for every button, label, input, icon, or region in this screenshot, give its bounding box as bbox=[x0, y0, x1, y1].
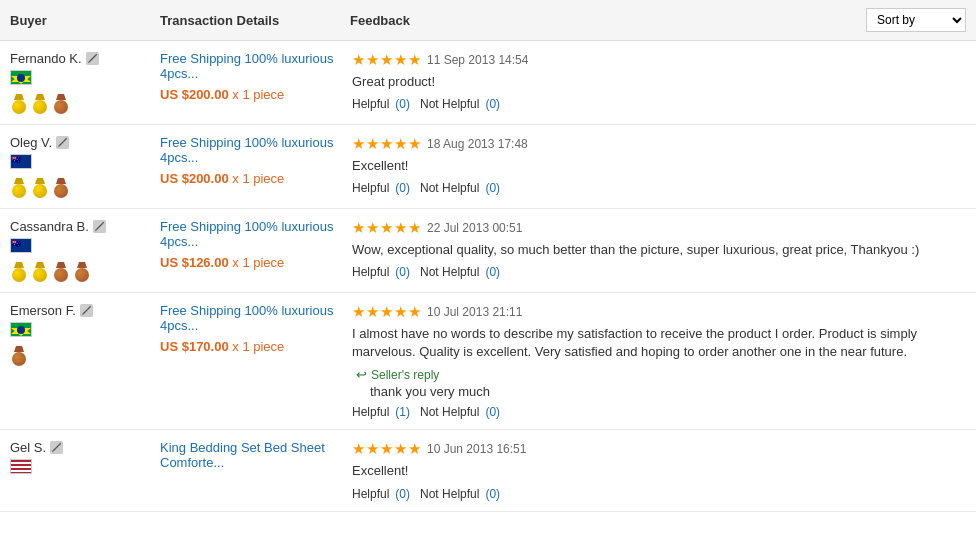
edit-icon[interactable] bbox=[80, 304, 93, 317]
not-helpful-label: Not Helpful bbox=[420, 181, 479, 195]
edit-icon[interactable] bbox=[93, 220, 106, 233]
helpful-label: Helpful bbox=[352, 265, 389, 279]
helpful-row: Helpful (1) Not Helpful (0) bbox=[352, 405, 966, 419]
sort-select[interactable]: Sort by bbox=[866, 8, 966, 32]
star-filled: ★ bbox=[366, 219, 379, 237]
sort-container[interactable]: Sort by bbox=[836, 8, 966, 32]
stars-row: ★★★★★ 11 Sep 2013 14:54 bbox=[352, 51, 966, 69]
helpful-link[interactable]: (0) bbox=[395, 265, 410, 279]
not-helpful-label: Not Helpful bbox=[420, 405, 479, 419]
table-row: Gel S. King Bedding Set Bed Sheet Comfor… bbox=[0, 430, 976, 511]
review-date: 10 Jun 2013 16:51 bbox=[427, 442, 526, 456]
star-filled: ★ bbox=[380, 219, 393, 237]
star-filled: ★ bbox=[366, 51, 379, 69]
star-filled: ★ bbox=[366, 440, 379, 458]
star-filled: ★ bbox=[408, 303, 421, 321]
buyer-name-text: Fernando K. bbox=[10, 51, 82, 66]
medal bbox=[52, 94, 70, 114]
edit-icon[interactable] bbox=[56, 136, 69, 149]
helpful-row: Helpful (0) Not Helpful (0) bbox=[352, 97, 966, 111]
table-row: Cassandra B. 🇦🇺 bbox=[0, 209, 976, 293]
star-filled: ★ bbox=[408, 440, 421, 458]
medal bbox=[10, 94, 28, 114]
price: US $200.00 x 1 piece bbox=[160, 87, 340, 102]
seller-reply-label: Seller's reply bbox=[371, 368, 439, 382]
star-rating: ★★★★★ bbox=[352, 303, 421, 321]
star-rating: ★★★★★ bbox=[352, 440, 421, 458]
reviews-list: Fernando K. Free S bbox=[0, 41, 976, 512]
reviews-table: Buyer Transaction Details Feedback Sort … bbox=[0, 0, 976, 512]
not-helpful-link[interactable]: (0) bbox=[485, 97, 500, 111]
medal bbox=[52, 262, 70, 282]
table-row: Fernando K. Free S bbox=[0, 41, 976, 125]
transaction-header: Transaction Details bbox=[160, 13, 350, 28]
buyer-column: Fernando K. bbox=[10, 51, 160, 114]
star-filled: ★ bbox=[352, 135, 365, 153]
star-filled: ★ bbox=[352, 440, 365, 458]
buyer-name: Oleg V. bbox=[10, 135, 150, 150]
not-helpful-link[interactable]: (0) bbox=[485, 405, 500, 419]
feedback-column: ★★★★★ 11 Sep 2013 14:54 Great product! H… bbox=[350, 51, 966, 114]
helpful-label: Helpful bbox=[352, 97, 389, 111]
transaction-column: Free Shipping 100% luxurious 4pcs... US … bbox=[160, 219, 350, 282]
not-helpful-link[interactable]: (0) bbox=[485, 265, 500, 279]
not-helpful-link[interactable]: (0) bbox=[485, 181, 500, 195]
star-filled: ★ bbox=[394, 303, 407, 321]
not-helpful-link[interactable]: (0) bbox=[485, 487, 500, 501]
review-date: 10 Jul 2013 21:11 bbox=[427, 305, 522, 319]
buyer-name-text: Cassandra B. bbox=[10, 219, 89, 234]
star-filled: ★ bbox=[366, 135, 379, 153]
medal bbox=[10, 346, 28, 366]
not-helpful-label: Not Helpful bbox=[420, 487, 479, 501]
helpful-link[interactable]: (1) bbox=[395, 405, 410, 419]
star-filled: ★ bbox=[352, 219, 365, 237]
star-rating: ★★★★★ bbox=[352, 219, 421, 237]
buyer-name: Emerson F. bbox=[10, 303, 150, 318]
product-link[interactable]: Free Shipping 100% luxurious 4pcs... bbox=[160, 219, 333, 249]
edit-icon[interactable] bbox=[86, 52, 99, 65]
product-link[interactable]: King Bedding Set Bed Sheet Comforte... bbox=[160, 440, 325, 470]
transaction-column: Free Shipping 100% luxurious 4pcs... US … bbox=[160, 303, 350, 419]
buyer-name-text: Oleg V. bbox=[10, 135, 52, 150]
buyer-name-text: Emerson F. bbox=[10, 303, 76, 318]
helpful-link[interactable]: (0) bbox=[395, 181, 410, 195]
buyer-column: Gel S. bbox=[10, 440, 160, 500]
buyer-name-text: Gel S. bbox=[10, 440, 46, 455]
star-filled: ★ bbox=[394, 219, 407, 237]
review-date: 11 Sep 2013 14:54 bbox=[427, 53, 528, 67]
medal bbox=[31, 178, 49, 198]
edit-icon[interactable] bbox=[50, 441, 63, 454]
flag-australia: 🇦🇺 bbox=[10, 238, 32, 253]
buyer-medals bbox=[10, 94, 150, 114]
reply-arrow-icon: ↩ bbox=[356, 367, 367, 382]
medal bbox=[52, 178, 70, 198]
buyer-medals bbox=[10, 346, 150, 366]
helpful-label: Helpful bbox=[352, 405, 389, 419]
medal bbox=[10, 178, 28, 198]
price: US $170.00 x 1 piece bbox=[160, 339, 340, 354]
review-text: Wow, exceptional quality, so much better… bbox=[352, 241, 966, 259]
seller-reply-text: thank you very much bbox=[356, 384, 966, 399]
star-filled: ★ bbox=[408, 51, 421, 69]
seller-reply-container: ↩ Seller's reply thank you very much bbox=[352, 367, 966, 399]
helpful-link[interactable]: (0) bbox=[395, 487, 410, 501]
helpful-link[interactable]: (0) bbox=[395, 97, 410, 111]
star-filled: ★ bbox=[394, 51, 407, 69]
price: US $126.00 x 1 piece bbox=[160, 255, 340, 270]
product-link[interactable]: Free Shipping 100% luxurious 4pcs... bbox=[160, 135, 333, 165]
product-link[interactable]: Free Shipping 100% luxurious 4pcs... bbox=[160, 51, 333, 81]
star-filled: ★ bbox=[380, 303, 393, 321]
helpful-row: Helpful (0) Not Helpful (0) bbox=[352, 487, 966, 501]
flag-usa bbox=[10, 459, 32, 474]
star-filled: ★ bbox=[380, 440, 393, 458]
not-helpful-label: Not Helpful bbox=[420, 265, 479, 279]
stars-row: ★★★★★ 10 Jul 2013 21:11 bbox=[352, 303, 966, 321]
seller-reply-header: ↩ Seller's reply bbox=[356, 367, 966, 382]
stars-row: ★★★★★ 18 Aug 2013 17:48 bbox=[352, 135, 966, 153]
helpful-label: Helpful bbox=[352, 181, 389, 195]
buyer-medals bbox=[10, 262, 150, 282]
star-filled: ★ bbox=[408, 219, 421, 237]
buyer-header: Buyer bbox=[10, 13, 160, 28]
product-link[interactable]: Free Shipping 100% luxurious 4pcs... bbox=[160, 303, 333, 333]
star-rating: ★★★★★ bbox=[352, 135, 421, 153]
